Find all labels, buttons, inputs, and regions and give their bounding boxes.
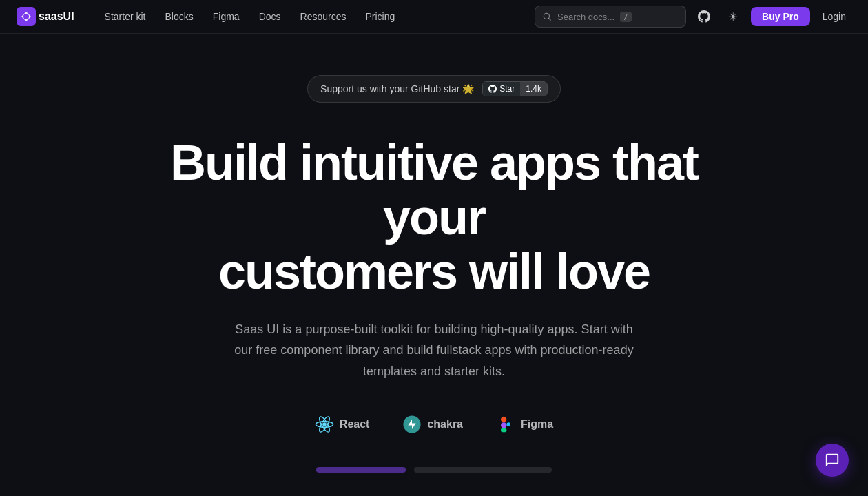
nav-blocks[interactable]: Blocks <box>157 7 202 26</box>
hero-subtitle: Saas UI is a purpose-built toolkit for b… <box>234 319 634 382</box>
svg-rect-11 <box>501 428 506 433</box>
search-bar[interactable]: Search docs... / <box>535 6 686 28</box>
sun-icon: ☀ <box>728 10 738 23</box>
star-count: 1.4k <box>520 82 547 96</box>
theme-toggle[interactable]: ☀ <box>722 6 744 28</box>
star-label: Star <box>499 84 515 94</box>
star-left: Star <box>483 82 520 96</box>
preview-bar-dark <box>316 467 406 473</box>
github-icon <box>698 10 710 23</box>
chakra-icon <box>402 415 422 434</box>
banner-text: Support us with your GitHub star 🌟 <box>320 83 474 94</box>
search-icon <box>542 12 552 21</box>
figma-icon <box>496 415 515 434</box>
hero-title: Build intuitive apps that your customers… <box>138 136 730 300</box>
react-icon <box>315 415 334 434</box>
search-shortcut: / <box>620 12 632 22</box>
github-button[interactable] <box>693 6 715 28</box>
nav-starter-kit[interactable]: Starter kit <box>96 7 154 26</box>
chat-bubble[interactable] <box>816 444 849 477</box>
navbar: saasUI Starter kit Blocks Figma Docs Res… <box>0 0 868 34</box>
chakra-label: chakra <box>427 418 463 431</box>
hero-section: Support us with your GitHub star 🌟 Star … <box>0 34 868 473</box>
svg-rect-10 <box>506 423 510 427</box>
github-star-badge: Star 1.4k <box>482 81 548 96</box>
star-github-icon <box>488 85 497 93</box>
svg-point-1 <box>23 14 29 19</box>
nav-links: Starter kit Blocks Figma Docs Resources … <box>96 7 535 26</box>
preview-hint <box>316 467 552 473</box>
chakra-logo: chakra <box>402 415 463 434</box>
svg-rect-8 <box>501 417 506 422</box>
chat-icon <box>825 453 840 468</box>
figma-label: Figma <box>521 418 553 431</box>
logo-text: saasUI <box>39 10 74 23</box>
logo[interactable]: saasUI <box>17 7 74 26</box>
search-placeholder: Search docs... <box>557 12 614 22</box>
github-banner[interactable]: Support us with your GitHub star 🌟 Star … <box>307 75 561 103</box>
logo-icon <box>17 7 36 26</box>
nav-resources[interactable]: Resources <box>292 7 355 26</box>
react-label: React <box>340 418 370 431</box>
login-button[interactable]: Login <box>817 7 851 26</box>
react-logo: React <box>315 415 370 434</box>
buy-pro-button[interactable]: Buy Pro <box>751 7 810 26</box>
nav-docs[interactable]: Docs <box>251 7 289 26</box>
svg-point-3 <box>322 423 327 427</box>
svg-rect-9 <box>501 423 506 428</box>
tech-logos: React chakra Figma <box>315 415 553 434</box>
nav-right: Search docs... / ☀ Buy Pro Login <box>535 6 851 28</box>
figma-logo: Figma <box>496 415 553 434</box>
nav-pricing[interactable]: Pricing <box>357 7 403 26</box>
nav-figma[interactable]: Figma <box>205 7 248 26</box>
preview-bar-light <box>414 467 552 473</box>
